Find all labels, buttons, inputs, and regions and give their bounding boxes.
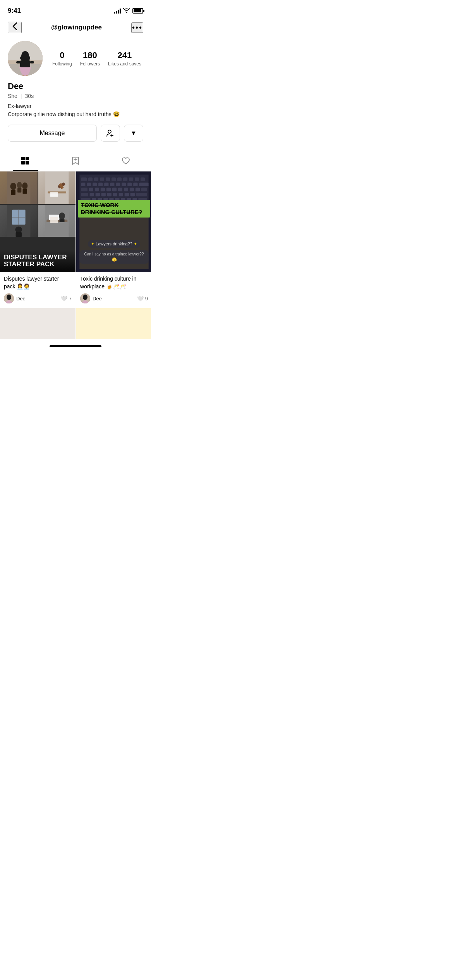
svg-rect-62 <box>133 183 137 186</box>
svg-rect-84 <box>136 193 147 196</box>
svg-point-18 <box>17 182 22 188</box>
svg-rect-8 <box>22 75 24 76</box>
svg-rect-36 <box>50 217 57 223</box>
svg-rect-73 <box>136 188 140 191</box>
svg-rect-14 <box>26 161 29 164</box>
status-icons <box>114 8 143 14</box>
svg-rect-21 <box>23 189 27 194</box>
svg-rect-32 <box>16 232 22 237</box>
follow-person-icon <box>106 129 115 137</box>
post-card-toxic[interactable]: TOXIC WORKDRINKING CULTURE? ✦ Lawyers dr… <box>76 171 151 307</box>
likes-stat[interactable]: 241 Likes and saves <box>108 50 141 67</box>
profile-age: 30s <box>25 93 34 99</box>
svg-rect-75 <box>81 193 88 196</box>
profile-username: @glowingupdee <box>51 24 102 31</box>
svg-rect-42 <box>81 178 87 181</box>
disputes-post-info: Disputes lawyer starter pack 👩‍💼🧑‍💼 Dee … <box>0 272 76 307</box>
svg-rect-54 <box>87 183 91 186</box>
post-card-bottom-right[interactable] <box>76 308 151 339</box>
svg-rect-63 <box>139 183 148 186</box>
disputes-post-title: Disputes lawyer starter pack 👩‍💼🧑‍💼 <box>4 275 72 290</box>
followers-stat[interactable]: 180 Followers <box>80 50 100 67</box>
followers-count: 180 <box>83 50 97 60</box>
svg-rect-9 <box>26 75 28 76</box>
toxic-post-footer: Dee 🤍 9 <box>80 293 148 303</box>
bottom-right-placeholder <box>76 308 151 339</box>
svg-rect-51 <box>135 178 139 181</box>
action-buttons: Message ▼ <box>8 125 143 142</box>
svg-rect-76 <box>90 193 94 196</box>
tab-saved[interactable] <box>50 152 101 171</box>
toxic-title: TOXIC WORKDRINKING CULTURE? <box>81 202 147 216</box>
signal-icon <box>114 8 121 14</box>
toxic-post-image: TOXIC WORKDRINKING CULTURE? ✦ Lawyers dr… <box>76 171 151 272</box>
svg-rect-68 <box>106 188 111 191</box>
svg-rect-11 <box>21 157 25 160</box>
meta-divider: | <box>21 93 22 99</box>
tab-liked[interactable] <box>101 152 151 171</box>
svg-rect-22 <box>45 171 69 204</box>
bio-line2: Corporate girlie now dishing out hard tr… <box>8 110 143 118</box>
followers-label: Followers <box>80 61 100 67</box>
collage-cell-4 <box>38 205 76 237</box>
dropdown-button[interactable]: ▼ <box>124 125 143 142</box>
back-button[interactable] <box>8 22 22 33</box>
bookmark-icon <box>71 156 80 168</box>
svg-rect-49 <box>123 178 127 181</box>
svg-rect-13 <box>21 161 25 164</box>
toxic-post-info: Toxic drinking culture in workplace 🍺🥂🥂 … <box>76 272 151 307</box>
profile-name: Dee <box>8 81 143 91</box>
svg-point-102 <box>83 295 88 300</box>
svg-rect-53 <box>81 183 85 186</box>
svg-point-4 <box>20 55 30 61</box>
svg-rect-78 <box>101 193 106 196</box>
collage-cell-3 <box>0 205 38 237</box>
toxic-heart-icon: 🤍 <box>137 295 144 302</box>
disputes-post-author: Dee <box>4 293 26 303</box>
svg-rect-47 <box>112 178 116 181</box>
follow-button[interactable] <box>101 125 120 142</box>
likes-label: Likes and saves <box>108 61 141 67</box>
toxic-author-name: Dee <box>93 296 102 302</box>
toxic-green-highlight: TOXIC WORKDRINKING CULTURE? <box>78 200 150 218</box>
svg-rect-55 <box>93 183 97 186</box>
top-nav: @glowingupdee ••• <box>0 19 151 38</box>
svg-rect-45 <box>100 178 104 181</box>
message-button[interactable]: Message <box>8 125 97 142</box>
disputes-collage <box>0 171 76 237</box>
status-time: 9:41 <box>8 7 21 15</box>
disputes-heart-icon: 🤍 <box>61 295 67 302</box>
svg-rect-19 <box>17 188 21 193</box>
more-options-button[interactable]: ••• <box>131 22 143 33</box>
post-card-disputes[interactable]: DISPUTES LAWYERSTARTER PACK Disputes law… <box>0 171 76 307</box>
toxic-subtitle1: Lawyers drinking?? <box>96 242 132 246</box>
following-label: Following <box>52 61 72 67</box>
post-card-bottom-left[interactable] <box>0 308 76 339</box>
stats-row: 0 Following 180 Followers 241 Likes and … <box>50 50 143 67</box>
svg-rect-17 <box>11 190 15 195</box>
svg-rect-77 <box>96 193 100 196</box>
tabs <box>0 152 151 171</box>
posts-grid: DISPUTES LAWYERSTARTER PACK Disputes law… <box>0 171 151 339</box>
profile-pronouns: She <box>8 93 17 99</box>
toxic-post-author: Dee <box>80 293 102 303</box>
toxic-chat1: ✦ Lawyers drinking?? ✦ <box>76 240 151 248</box>
svg-rect-57 <box>104 183 108 186</box>
bio-line1: Ex-lawyer <box>8 102 143 110</box>
svg-rect-7 <box>30 61 34 63</box>
toxic-post-title: Toxic drinking culture in workplace 🍺🥂🥂 <box>80 275 148 290</box>
svg-rect-59 <box>116 183 120 186</box>
svg-rect-56 <box>98 183 103 186</box>
svg-rect-82 <box>125 193 129 196</box>
svg-rect-52 <box>141 178 145 181</box>
following-count: 0 <box>60 50 64 60</box>
following-stat[interactable]: 0 Following <box>52 50 72 67</box>
disputes-author-name: Dee <box>16 296 26 302</box>
home-bar <box>50 345 101 347</box>
disputes-likes-count: 7 <box>69 296 72 302</box>
toxic-likes-count: 9 <box>145 296 148 302</box>
tab-grid[interactable] <box>0 152 50 171</box>
svg-rect-46 <box>106 178 110 181</box>
disputes-title: DISPUTES LAWYERSTARTER PACK <box>4 254 72 268</box>
heart-tab-icon <box>121 156 130 168</box>
